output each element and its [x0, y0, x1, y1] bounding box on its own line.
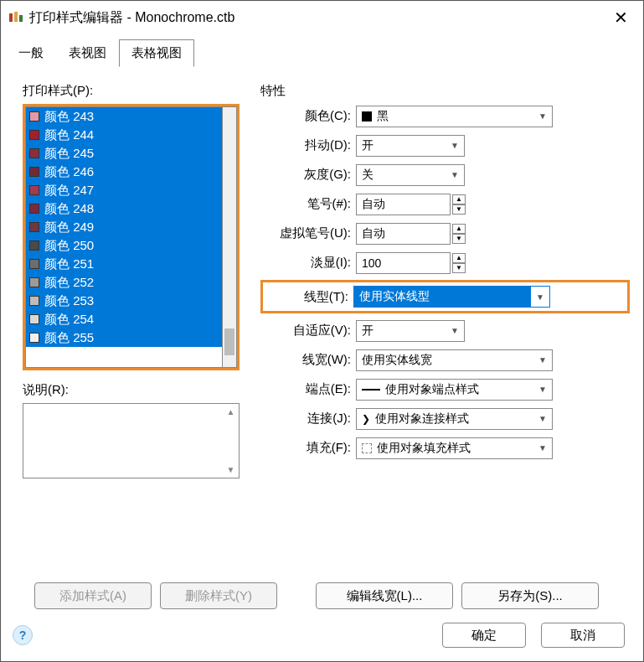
list-item[interactable]: 颜色 251: [26, 255, 222, 273]
row-lineweight: 线宽(W): 使用实体线宽 ▼: [260, 348, 630, 372]
combo-adaptive[interactable]: 开 ▼: [356, 320, 465, 342]
svg-rect-1: [14, 12, 18, 22]
list-item-label: 颜色 255: [44, 330, 94, 346]
list-item[interactable]: 颜色 249: [26, 218, 222, 236]
gray-value: 关: [362, 168, 374, 183]
row-gray: 灰度(G): 关 ▼: [260, 163, 630, 187]
cancel-button[interactable]: 取消: [541, 623, 625, 648]
list-item[interactable]: 颜色 253: [26, 292, 222, 310]
combo-linetype[interactable]: 使用实体线型 ▼: [353, 286, 550, 308]
input-pen[interactable]: 自动: [356, 194, 451, 215]
properties-label: 特性: [260, 83, 630, 99]
chevron-down-icon: ▼: [538, 111, 547, 121]
ok-button[interactable]: 确定: [442, 623, 526, 648]
label-adaptive: 自适应(V):: [260, 323, 356, 339]
label-vpen: 虚拟笔号(U):: [260, 225, 356, 241]
list-item-label: 颜色 246: [44, 164, 94, 180]
styles-listbox-highlight: 颜色 243颜色 244颜色 245颜色 246颜色 247颜色 248颜色 2…: [23, 104, 240, 370]
spin-down-icon[interactable]: ▼: [452, 234, 466, 244]
styles-listbox[interactable]: 颜色 243颜色 244颜色 245颜色 246颜色 247颜色 248颜色 2…: [25, 106, 223, 368]
fade-value: 100: [362, 256, 381, 270]
list-item[interactable]: 颜色 254: [26, 310, 222, 328]
svg-rect-0: [9, 13, 13, 22]
close-icon[interactable]: ✕: [607, 6, 635, 29]
row-join: 连接(J): ❯使用对象连接样式 ▼: [260, 406, 630, 431]
dialog-window: 打印样式编辑器 - Monochrome.ctb ✕ 一般 表视图 表格视图 打…: [0, 0, 644, 662]
right-column: 特性 颜色(C): 黑 ▼ 抖动(D): 开: [260, 83, 630, 572]
color-swatch-icon: [29, 111, 39, 122]
list-item[interactable]: 颜色 252: [26, 273, 222, 292]
scrollbar-thumb[interactable]: [224, 328, 234, 355]
color-swatch-icon: [29, 333, 39, 343]
content-area: 打印样式(P): 颜色 243颜色 244颜色 245颜色 246颜色 247颜…: [1, 68, 643, 577]
window-title: 打印样式编辑器 - Monochrome.ctb: [29, 9, 234, 27]
footer: ? 确定 取消: [1, 614, 643, 661]
tab-formview[interactable]: 表格视图: [119, 39, 194, 67]
delete-style-button[interactable]: 删除样式(Y): [160, 582, 277, 609]
list-item[interactable]: 颜色 245: [26, 144, 222, 163]
lineweight-value: 使用实体线宽: [362, 353, 432, 368]
scroll-down-icon[interactable]: ▼: [224, 463, 238, 477]
save-as-button[interactable]: 另存为(S)...: [461, 582, 599, 609]
row-color: 颜色(C): 黑 ▼: [260, 104, 630, 128]
endcap-line-icon: [362, 389, 380, 390]
input-vpen[interactable]: 自动: [356, 223, 451, 245]
list-item[interactable]: 颜色 250: [26, 236, 222, 255]
list-item-label: 颜色 244: [44, 127, 94, 143]
spin-down-icon[interactable]: ▼: [452, 204, 466, 215]
description-label: 说明(R):: [23, 382, 240, 398]
input-fade[interactable]: 100: [356, 252, 451, 274]
edit-lineweight-button[interactable]: 编辑线宽(L)...: [316, 582, 453, 609]
vpen-spinner[interactable]: ▲ ▼: [452, 224, 466, 244]
add-style-button[interactable]: 添加样式(A): [34, 582, 152, 609]
fade-spinner[interactable]: ▲ ▼: [452, 253, 466, 273]
combo-endcap[interactable]: 使用对象端点样式 ▼: [356, 379, 553, 401]
list-item[interactable]: 颜色 247: [26, 181, 222, 199]
description-textarea[interactable]: ▲ ▼: [23, 403, 240, 478]
help-icon[interactable]: ?: [13, 625, 33, 645]
spin-up-icon[interactable]: ▲: [452, 224, 466, 234]
tabstrip: 一般 表视图 表格视图: [1, 39, 643, 68]
combo-lineweight[interactable]: 使用实体线宽 ▼: [356, 349, 553, 371]
list-item[interactable]: 颜色 246: [26, 163, 222, 181]
spin-down-icon[interactable]: ▼: [452, 263, 466, 273]
list-item-label: 颜色 245: [44, 146, 94, 162]
properties-grid: 颜色(C): 黑 ▼ 抖动(D): 开 ▼: [260, 104, 630, 460]
combo-color[interactable]: 黑 ▼: [356, 106, 553, 127]
list-item[interactable]: 颜色 244: [26, 126, 222, 144]
pen-spinner[interactable]: ▲ ▼: [452, 194, 466, 215]
footer-buttons: 确定 取消: [442, 623, 625, 648]
combo-gray[interactable]: 关 ▼: [356, 164, 465, 186]
combo-dither[interactable]: 开 ▼: [356, 135, 465, 157]
scroll-up-icon[interactable]: ▲: [224, 405, 238, 419]
spin-up-icon[interactable]: ▲: [452, 194, 466, 204]
dither-value: 开: [362, 138, 374, 153]
vpen-value: 自动: [362, 226, 385, 241]
combo-join[interactable]: ❯使用对象连接样式 ▼: [356, 408, 553, 430]
titlebar-left: 打印样式编辑器 - Monochrome.ctb: [9, 9, 234, 27]
color-swatch-icon: [29, 240, 39, 251]
description-area: 说明(R): ▲ ▼: [23, 382, 240, 478]
list-item[interactable]: 颜色 255: [26, 328, 222, 347]
color-swatch-icon: [29, 204, 39, 214]
label-linetype: 线型(T):: [263, 289, 353, 305]
row-dither: 抖动(D): 开 ▼: [260, 133, 630, 158]
chevron-down-icon: ▼: [531, 292, 549, 302]
label-color: 颜色(C):: [260, 108, 356, 124]
label-fade: 淡显(I):: [260, 255, 356, 271]
list-item[interactable]: 颜色 248: [26, 199, 222, 218]
color-value: 黑: [377, 109, 389, 124]
label-fill: 填充(F):: [260, 440, 356, 456]
list-item[interactable]: 颜色 243: [26, 107, 222, 126]
chevron-down-icon: ▼: [451, 141, 459, 150]
list-item-label: 颜色 247: [44, 183, 94, 199]
spin-up-icon[interactable]: ▲: [452, 253, 466, 263]
combo-fill[interactable]: 使用对象填充样式 ▼: [356, 437, 553, 459]
black-swatch-icon: [362, 111, 372, 122]
left-column: 打印样式(P): 颜色 243颜色 244颜色 245颜色 246颜色 247颜…: [23, 83, 240, 572]
adaptive-value: 开: [362, 323, 374, 339]
tab-general[interactable]: 一般: [6, 39, 56, 67]
listbox-scrollbar[interactable]: [223, 106, 237, 368]
tab-tableview[interactable]: 表视图: [56, 39, 119, 67]
list-item-label: 颜色 250: [44, 238, 94, 254]
